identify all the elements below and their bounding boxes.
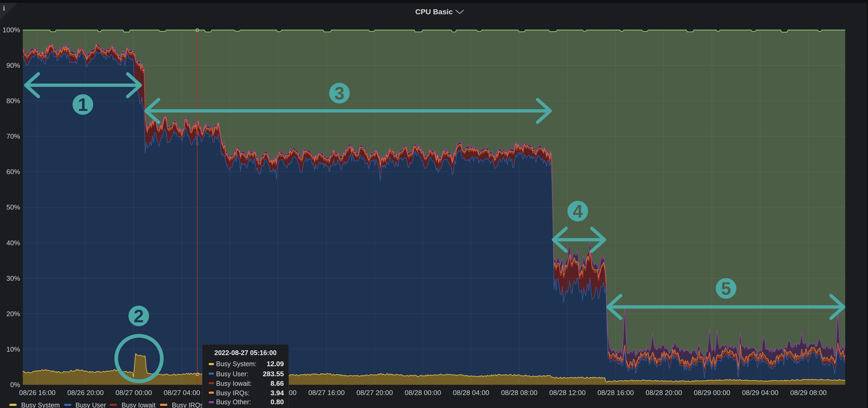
svg-text:283.55: 283.55 bbox=[263, 370, 284, 378]
svg-text:Busy Iowait: Busy Iowait bbox=[122, 401, 155, 408]
svg-text:0%: 0% bbox=[10, 381, 20, 389]
svg-text:08/27 20:00: 08/27 20:00 bbox=[356, 389, 393, 397]
svg-text:08/29 04:00: 08/29 04:00 bbox=[742, 389, 778, 397]
svg-text:0.80: 0.80 bbox=[270, 398, 284, 406]
svg-text:Busy System: Busy System bbox=[21, 401, 60, 408]
svg-text:08/27 04:00: 08/27 04:00 bbox=[164, 389, 200, 397]
svg-text:i: i bbox=[3, 4, 5, 12]
svg-text:08/28 04:00: 08/28 04:00 bbox=[453, 389, 489, 397]
svg-text:08/28 00:00: 08/28 00:00 bbox=[405, 389, 441, 397]
svg-text:40%: 40% bbox=[6, 239, 20, 247]
svg-text:3.94: 3.94 bbox=[270, 389, 284, 397]
svg-text:50%: 50% bbox=[6, 203, 20, 211]
svg-text:Busy User: Busy User bbox=[75, 401, 106, 408]
svg-text:08/29 00:00: 08/29 00:00 bbox=[694, 389, 730, 397]
svg-text:08/27 16:00: 08/27 16:00 bbox=[308, 389, 344, 397]
svg-text:08/28 20:00: 08/28 20:00 bbox=[646, 389, 682, 397]
svg-text:Busy System:: Busy System: bbox=[216, 360, 256, 368]
svg-text:70%: 70% bbox=[6, 132, 20, 140]
svg-text:Busy User:: Busy User: bbox=[216, 370, 248, 378]
svg-text:Busy IRQs:: Busy IRQs: bbox=[216, 389, 249, 397]
svg-text:1: 1 bbox=[78, 95, 88, 114]
svg-text:08/26 20:00: 08/26 20:00 bbox=[67, 389, 103, 397]
svg-text:8.66: 8.66 bbox=[270, 379, 284, 387]
svg-text:08/28 16:00: 08/28 16:00 bbox=[597, 389, 634, 397]
svg-text:10%: 10% bbox=[6, 345, 20, 353]
svg-text:08/28 08:00: 08/28 08:00 bbox=[501, 389, 537, 397]
svg-text:Busy Other:: Busy Other: bbox=[216, 398, 251, 406]
svg-text:08/26 16:00: 08/26 16:00 bbox=[19, 389, 55, 397]
svg-text:08/27 00:00: 08/27 00:00 bbox=[116, 389, 152, 397]
svg-text:Busy Iowait:: Busy Iowait: bbox=[216, 380, 252, 387]
svg-text:90%: 90% bbox=[6, 61, 20, 69]
svg-text:2: 2 bbox=[134, 306, 144, 326]
svg-text:100%: 100% bbox=[3, 26, 21, 34]
svg-text:30%: 30% bbox=[6, 274, 20, 282]
svg-text:CPU Basic: CPU Basic bbox=[415, 8, 453, 16]
svg-text:60%: 60% bbox=[6, 168, 20, 176]
svg-text:20%: 20% bbox=[6, 310, 20, 318]
svg-text:08/29 08:00: 08/29 08:00 bbox=[790, 389, 827, 397]
svg-text:5: 5 bbox=[721, 278, 731, 299]
svg-text:2022-08-27 05:16:00: 2022-08-27 05:16:00 bbox=[215, 349, 277, 356]
svg-text:08/28 12:00: 08/28 12:00 bbox=[549, 389, 586, 397]
svg-text:3: 3 bbox=[335, 83, 344, 103]
svg-text:Busy IRQs: Busy IRQs bbox=[172, 401, 204, 408]
svg-text:80%: 80% bbox=[6, 97, 20, 105]
svg-text:4: 4 bbox=[573, 201, 583, 221]
svg-text:12.09: 12.09 bbox=[267, 360, 284, 368]
